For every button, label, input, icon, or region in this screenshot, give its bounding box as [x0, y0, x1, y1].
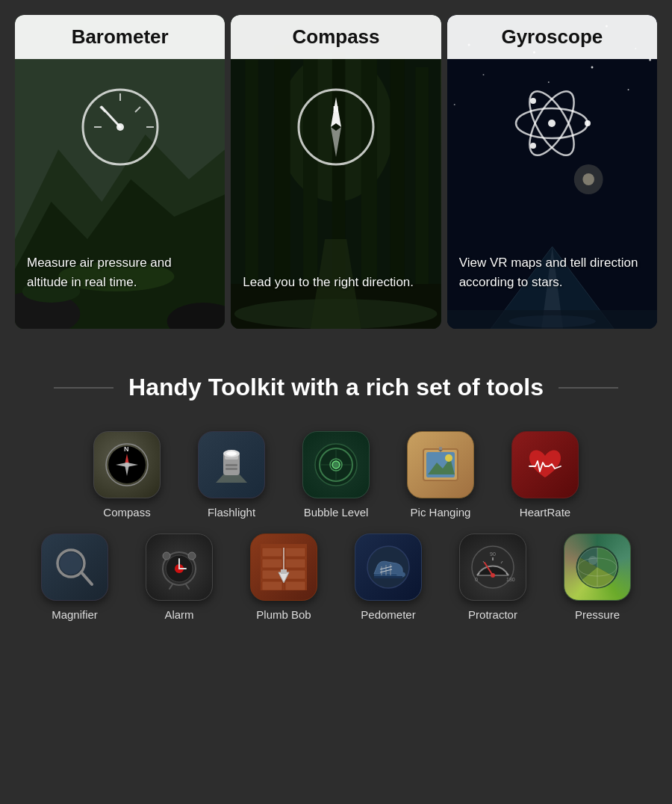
svg-rect-102	[285, 559, 305, 568]
header-line-left	[54, 387, 113, 389]
magnifier-label: Magnifier	[52, 608, 98, 621]
tool-alarm[interactable]: Alarm	[134, 534, 224, 621]
gyroscope-title: Gyroscope	[447, 15, 657, 59]
svg-text:180: 180	[506, 577, 515, 582]
gyroscope-desc: View VR maps and tell direction accordin…	[459, 253, 645, 291]
svg-rect-106	[285, 581, 305, 590]
pressure-icon[interactable]	[564, 534, 631, 601]
compass-label: Compass	[103, 506, 150, 519]
toolkit-header: Handy Toolkit with a rich set of tools	[15, 374, 657, 401]
svg-point-54	[585, 120, 591, 126]
tools-row-1: N Compass	[15, 431, 657, 519]
tool-heartrate[interactable]: HeartRate	[500, 431, 590, 519]
tool-compass[interactable]: N Compass	[82, 431, 172, 519]
svg-rect-99	[262, 548, 282, 557]
tool-bubble[interactable]: Bubble Level	[291, 431, 381, 519]
toolkit-title: Handy Toolkit with a rich set of tools	[128, 374, 544, 401]
svg-point-77	[332, 461, 340, 469]
tool-plumb[interactable]: Plumb Bob	[239, 534, 329, 621]
svg-rect-70	[225, 464, 237, 466]
svg-point-45	[582, 173, 594, 185]
flashlight-label: Flashlight	[208, 506, 255, 519]
svg-point-133	[588, 556, 597, 565]
svg-rect-100	[285, 548, 305, 557]
tool-pedometer[interactable]: Pedometer	[343, 534, 433, 621]
plumb-label: Plumb Bob	[256, 608, 311, 621]
heartrate-icon[interactable]	[511, 431, 579, 498]
svg-text:90: 90	[490, 551, 496, 557]
svg-point-125	[491, 573, 495, 578]
svg-rect-101	[262, 559, 282, 568]
bubble-label: Bubble Level	[304, 506, 369, 519]
svg-line-9	[102, 107, 120, 127]
svg-marker-29	[331, 127, 341, 157]
alarm-label: Alarm	[164, 608, 193, 621]
pedometer-label: Pedometer	[361, 608, 415, 621]
tool-magnifier[interactable]: Magnifier	[30, 534, 119, 621]
svg-rect-105	[262, 581, 282, 590]
alarm-icon[interactable]	[146, 534, 213, 601]
pressure-label: Pressure	[575, 608, 620, 621]
svg-text:0: 0	[475, 577, 478, 582]
tools-row-2: Magnifier	[15, 534, 657, 621]
svg-rect-109	[281, 569, 287, 574]
svg-text:N: N	[333, 105, 338, 114]
svg-line-88	[81, 572, 92, 584]
svg-point-39	[591, 67, 593, 69]
tool-protractor[interactable]: 0 180 90 Protractor	[448, 534, 538, 621]
svg-rect-49	[447, 310, 657, 329]
compass-icon[interactable]: N	[93, 431, 161, 498]
heartrate-label: HeartRate	[520, 506, 570, 519]
barometer-title: Barometer	[15, 15, 225, 59]
svg-point-94	[163, 552, 170, 560]
svg-point-95	[188, 552, 196, 560]
protractor-icon[interactable]: 0 180 90	[459, 534, 526, 601]
svg-line-14	[135, 107, 140, 112]
svg-point-82	[445, 454, 452, 462]
svg-point-56	[530, 143, 536, 149]
gyroscope-card: Gyroscope	[447, 15, 657, 329]
svg-point-41	[627, 89, 629, 90]
compass-card: Compass	[231, 15, 441, 329]
tool-pichang[interactable]: Pic Hanging	[396, 431, 485, 519]
svg-point-87	[60, 552, 82, 575]
tool-flashlight[interactable]: Flashlight	[187, 431, 276, 519]
pedometer-icon[interactable]	[355, 534, 422, 601]
svg-text:N: N	[124, 445, 129, 453]
svg-point-53	[548, 120, 556, 127]
svg-point-64	[125, 463, 129, 467]
svg-line-97	[186, 584, 189, 589]
bubble-icon[interactable]	[302, 431, 370, 498]
svg-point-42	[453, 104, 455, 105]
header-line-right	[559, 387, 618, 389]
plumb-icon[interactable]	[250, 534, 317, 601]
compass-title: Compass	[231, 15, 441, 59]
tool-pressure[interactable]: Pressure	[553, 534, 642, 621]
magnifier-icon[interactable]	[41, 534, 108, 601]
pichang-label: Pic Hanging	[411, 506, 471, 519]
compass-desc: Lead you to the right direction.	[243, 273, 429, 292]
svg-line-96	[169, 584, 172, 589]
toolkit-section: Handy Toolkit with a rich set of tools N	[0, 351, 672, 666]
svg-point-38	[482, 74, 484, 75]
svg-rect-71	[225, 468, 237, 470]
pichang-icon[interactable]	[407, 431, 474, 498]
svg-point-55	[530, 98, 536, 104]
flashlight-icon[interactable]	[198, 431, 265, 498]
svg-point-69	[226, 451, 237, 456]
feature-cards-section: Barometer	[0, 0, 672, 351]
protractor-label: Protractor	[468, 608, 517, 621]
barometer-desc: Measure air pressure and altitude in rea…	[27, 253, 213, 291]
barometer-card: Barometer	[15, 15, 225, 329]
